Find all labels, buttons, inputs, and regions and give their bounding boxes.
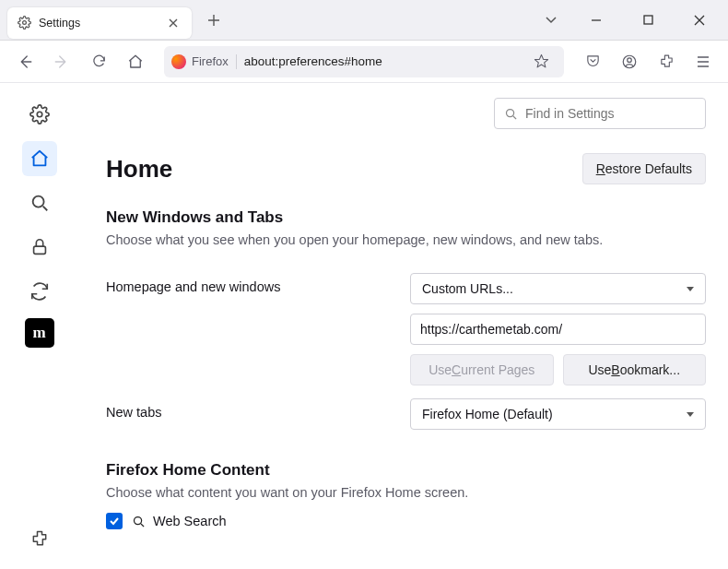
- newtabs-select[interactable]: Firefox Home (Default): [410, 398, 706, 430]
- content-area: m Home Restore Defaults New Windows and …: [0, 83, 728, 569]
- svg-point-0: [22, 21, 26, 25]
- homepage-select[interactable]: Custom URLs...: [410, 273, 706, 304]
- url-identity-text: Firefox: [192, 54, 229, 68]
- svg-rect-1: [644, 16, 652, 24]
- extensions-button[interactable]: [651, 46, 682, 77]
- svg-point-8: [135, 516, 142, 524]
- sidebar-item-privacy[interactable]: [22, 230, 57, 265]
- firefox-logo-icon: [171, 54, 186, 69]
- pocket-button[interactable]: [577, 46, 608, 77]
- settings-panel: Home Restore Defaults New Windows and Ta…: [78, 83, 728, 569]
- svg-point-4: [37, 112, 42, 117]
- svg-point-3: [628, 57, 632, 62]
- settings-search-input[interactable]: [525, 106, 696, 121]
- search-icon: [132, 515, 146, 528]
- homepage-label: Homepage and new windows: [106, 273, 410, 294]
- back-button[interactable]: [9, 46, 41, 77]
- web-search-label: Web Search: [132, 514, 227, 528]
- navigation-toolbar: Firefox about:preferences#home: [0, 41, 728, 83]
- page-title: Home: [106, 155, 172, 184]
- sidebar-item-mozilla[interactable]: m: [25, 318, 54, 348]
- new-tab-button[interactable]: [199, 6, 229, 35]
- tab-label: Settings: [39, 17, 157, 30]
- sidebar-item-home[interactable]: [22, 141, 57, 176]
- svg-rect-6: [33, 246, 45, 254]
- close-icon[interactable]: [164, 14, 182, 32]
- newtabs-label: New tabs: [106, 398, 410, 420]
- app-menu-button[interactable]: [687, 46, 719, 77]
- sidebar-item-sync[interactable]: [22, 274, 57, 309]
- use-bookmark-button[interactable]: Use Bookmark...: [563, 354, 707, 385]
- section-home-content-desc: Choose what content you want on your Fir…: [106, 485, 706, 500]
- section-windows-tabs-title: New Windows and Tabs: [106, 208, 706, 227]
- web-search-checkbox[interactable]: [106, 513, 123, 529]
- section-home-content-title: Firefox Home Content: [106, 461, 706, 480]
- svg-point-5: [32, 196, 43, 207]
- tab-bar: Settings: [0, 0, 728, 41]
- settings-search[interactable]: [494, 98, 706, 129]
- window-close-button[interactable]: [678, 6, 721, 35]
- svg-point-7: [507, 109, 514, 116]
- sidebar-item-general[interactable]: [22, 97, 57, 132]
- settings-sidebar: m: [0, 83, 78, 569]
- homepage-url-input[interactable]: [410, 314, 706, 345]
- sidebar-item-extensions[interactable]: [22, 521, 57, 556]
- section-windows-tabs-desc: Choose what you see when you open your h…: [106, 232, 706, 247]
- tab-settings[interactable]: Settings: [7, 7, 192, 39]
- sidebar-item-search[interactable]: [22, 185, 57, 220]
- window-minimize-button[interactable]: [575, 6, 617, 35]
- bookmark-star-icon[interactable]: [525, 46, 557, 77]
- home-button[interactable]: [120, 46, 151, 77]
- url-identity[interactable]: Firefox: [171, 54, 237, 69]
- restore-defaults-button[interactable]: Restore Defaults: [582, 153, 706, 184]
- forward-button[interactable]: [46, 46, 77, 77]
- account-button[interactable]: [614, 46, 645, 77]
- reload-button[interactable]: [83, 46, 114, 77]
- url-bar[interactable]: Firefox about:preferences#home: [164, 46, 564, 77]
- window-maximize-button[interactable]: [627, 6, 669, 35]
- use-current-pages-button: Use Current Pages: [410, 354, 554, 385]
- tab-overflow-button[interactable]: [536, 11, 566, 30]
- url-address: about:preferences#home: [244, 54, 518, 68]
- search-icon: [504, 107, 518, 121]
- gear-icon: [17, 16, 31, 30]
